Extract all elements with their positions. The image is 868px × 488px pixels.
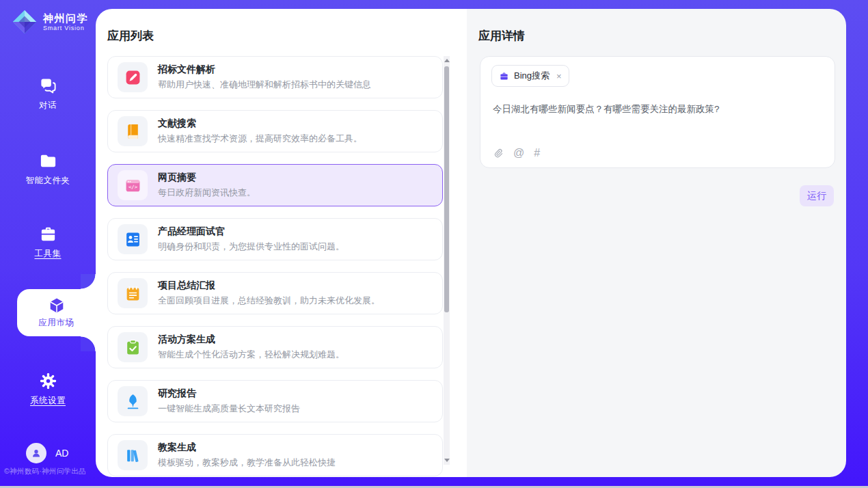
app-card-description: 智能生成个性化活动方案，轻松解决规划难题。 <box>158 349 344 361</box>
app-card[interactable]: 文献搜索 快速精准查找学术资源，提高研究效率的必备工具。 <box>107 110 443 152</box>
app-card[interactable]: 教案生成 模板驱动，教案秒成，教学准备从此轻松快捷 <box>107 434 443 476</box>
clipboard-check-icon <box>124 339 141 356</box>
app-detail-panel: 应用详情 Bing搜索 × 今日湖北有哪些新闻要点？有哪些需要关注的最新政策? … <box>467 9 846 477</box>
brand-subtitle: Smart Vision <box>43 25 88 31</box>
books-icon <box>124 447 141 464</box>
query-text-input[interactable]: 今日湖北有哪些新闻要点？有哪些需要关注的最新政策? <box>493 103 822 116</box>
sidebar-item-settings[interactable]: 系统设置 <box>0 372 96 407</box>
quill-icon <box>124 393 141 410</box>
sidebar-item-smart-folder[interactable]: 智能文件夹 <box>0 152 96 187</box>
app-window: 神州问学 Smart Vision 对话 智能文件夹 工具集 应用市场 系统设置 <box>0 0 868 488</box>
sidebar-item-label: 系统设置 <box>30 395 66 407</box>
sidebar-item-chat[interactable]: 对话 <box>0 77 96 111</box>
avatar <box>26 443 46 463</box>
app-card-title: 网页摘要 <box>158 172 256 184</box>
user-account[interactable]: AD <box>26 443 68 463</box>
user-icon <box>30 447 42 459</box>
sidebar-item-label: 应用市场 <box>39 317 74 329</box>
diamond-logo-icon <box>12 9 38 35</box>
app-card-title: 活动方案生成 <box>158 334 344 346</box>
brand-name: 神州问学 <box>43 12 88 25</box>
query-input-card[interactable]: Bing搜索 × 今日湖北有哪些新闻要点？有哪些需要关注的最新政策? @ # <box>480 56 835 168</box>
brand-logo: 神州问学 Smart Vision <box>12 9 88 35</box>
copyright-footer: ©神州数码·神州问学出品 <box>4 467 100 476</box>
paperclip-icon[interactable] <box>493 148 504 159</box>
app-list: 招标文件解析 帮助用户快速、准确地理解和解析招标书中的关键信息 文献搜索 快速精… <box>107 56 443 476</box>
book-icon <box>124 123 141 140</box>
hash-icon[interactable]: # <box>534 148 540 159</box>
gear-icon <box>39 372 57 390</box>
tag-close-icon[interactable]: × <box>556 71 562 81</box>
run-button[interactable]: 运行 <box>800 185 834 206</box>
cube-icon <box>48 297 66 314</box>
toolbox-icon <box>39 225 57 243</box>
app-card[interactable]: 项目总结汇报 全面回顾项目进展，总结经验教训，助力未来优化发展。 <box>107 272 443 314</box>
app-card-description: 快速精准查找学术资源，提高研究效率的必备工具。 <box>158 133 362 145</box>
sidebar-item-app-market[interactable]: 应用市场 <box>17 289 96 336</box>
app-list-title: 应用列表 <box>107 28 154 44</box>
app-card-description: 一键智能生成高质量长文本研究报告 <box>158 403 300 415</box>
sidebar-item-toolbox[interactable]: 工具集 <box>0 225 96 260</box>
app-card-description: 帮助用户快速、准确地理解和解析招标书中的关键信息 <box>158 79 371 91</box>
user-name: AD <box>55 448 68 459</box>
scroll-down-arrow-icon[interactable] <box>444 459 450 462</box>
sidebar-item-label: 对话 <box>39 100 57 111</box>
briefcase-icon <box>499 71 509 81</box>
app-card-description: 每日政府新闻资讯快查。 <box>158 187 256 199</box>
app-card-title: 项目总结汇报 <box>158 280 380 292</box>
app-card[interactable]: 活动方案生成 智能生成个性化活动方案，轻松解决规划难题。 <box>107 326 443 368</box>
list-scrollbar[interactable] <box>444 56 450 465</box>
app-card-description: 模板驱动，教案秒成，教学准备从此轻松快捷 <box>158 457 336 469</box>
app-card[interactable]: 网页摘要 每日政府新闻资讯快查。 <box>107 164 443 206</box>
app-card[interactable]: 研究报告 一键智能生成高质量长文本研究报告 <box>107 380 443 422</box>
folder-icon <box>39 152 57 170</box>
interviewer-icon <box>124 231 141 248</box>
app-card[interactable]: 产品经理面试官 明确身份和职责，为您提供专业性的面试问题。 <box>107 218 443 260</box>
app-card-title: 文献搜索 <box>158 118 362 130</box>
sidebar-item-label: 智能文件夹 <box>26 175 70 187</box>
app-card-title: 招标文件解析 <box>158 64 371 76</box>
notepad-icon <box>124 285 141 302</box>
app-card-title: 教案生成 <box>158 442 336 454</box>
tool-tag-label: Bing搜索 <box>514 70 550 82</box>
chat-icon <box>39 77 57 95</box>
app-card-description: 明确身份和职责，为您提供专业性的面试问题。 <box>158 241 344 253</box>
app-card-title: 研究报告 <box>158 388 300 400</box>
scroll-up-arrow-icon[interactable] <box>444 59 450 62</box>
edit-note-icon <box>124 69 141 86</box>
app-list-panel: 应用列表 招标文件解析 帮助用户快速、准确地理解和解析招标书中的关键信息 文献搜… <box>96 9 467 477</box>
app-card-title: 产品经理面试官 <box>158 226 344 238</box>
content-frame: 应用列表 招标文件解析 帮助用户快速、准确地理解和解析招标书中的关键信息 文献搜… <box>96 9 846 477</box>
scrollbar-thumb[interactable] <box>444 66 449 312</box>
sidebar-item-label: 工具集 <box>35 248 62 260</box>
app-card[interactable]: 招标文件解析 帮助用户快速、准确地理解和解析招标书中的关键信息 <box>107 56 443 98</box>
web-code-icon <box>124 177 141 194</box>
mention-icon[interactable]: @ <box>513 148 524 159</box>
app-detail-title: 应用详情 <box>478 28 525 44</box>
tool-tag-bing-search[interactable]: Bing搜索 × <box>491 65 569 87</box>
app-card-description: 全面回顾项目进展，总结经验教训，助力未来优化发展。 <box>158 295 380 307</box>
